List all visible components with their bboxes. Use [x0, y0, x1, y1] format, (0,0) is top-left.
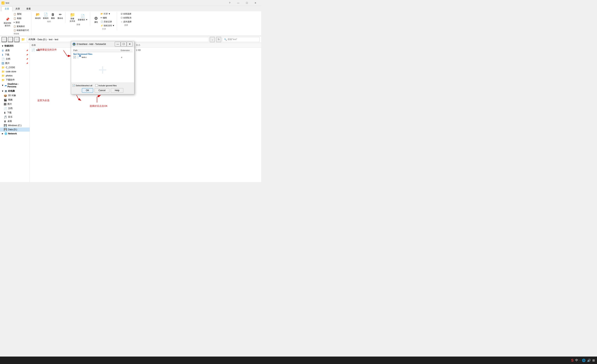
- new-item-button[interactable]: 📄 新建项目 ▼: [77, 14, 88, 22]
- ok-button[interactable]: OK: [82, 88, 93, 93]
- dropdown-button[interactable]: ⌄: [210, 37, 215, 42]
- sidebar-item-documents[interactable]: 📄 文档 📌: [0, 57, 30, 61]
- minimize-button[interactable]: —: [234, 0, 243, 6]
- properties-button[interactable]: ⚙ 属性: [93, 16, 99, 24]
- desktop2-icon: 🖥: [4, 120, 6, 123]
- path-test2[interactable]: test: [55, 38, 58, 41]
- sidebar-item-windows-c[interactable]: 💾 Windows (C:): [0, 123, 30, 128]
- tab-share[interactable]: 共享: [12, 6, 23, 11]
- open-group-label: 打开: [102, 28, 106, 30]
- tab-view[interactable]: 查看: [23, 6, 34, 11]
- edit-button[interactable]: ✏ 编辑: [100, 16, 115, 20]
- pictures2-label: 图片: [8, 103, 12, 106]
- tortoisegit-icon: 🐢: [73, 43, 76, 46]
- select-none-icon: ☐: [121, 17, 123, 19]
- help-button[interactable]: ?: [225, 0, 234, 6]
- network-header[interactable]: ► 🌐 Network: [0, 132, 30, 136]
- copy-button[interactable]: 📋 复制: [13, 12, 30, 16]
- dialog-table-header: Path Extension: [73, 49, 133, 52]
- sidebar-item-download[interactable]: ⬇ 下载 📌: [0, 53, 30, 57]
- sidebar-item-documents2[interactable]: 📄 文档: [0, 106, 30, 111]
- sidebar-item-music[interactable]: 🎵 音乐: [0, 115, 30, 119]
- delete-label: 删除: [51, 17, 55, 20]
- select-all-button[interactable]: ☑ 全部选择: [120, 12, 132, 16]
- properties-icon: ⚙: [94, 16, 98, 21]
- history-icon: 🕐: [101, 21, 103, 23]
- select-all-icon: ☑: [121, 13, 123, 15]
- up-button[interactable]: ↑: [14, 37, 19, 42]
- dialog-close-button[interactable]: ✕: [127, 42, 133, 47]
- search-box[interactable]: 🔍 搜索"test": [222, 37, 260, 42]
- paste-shortcut-button[interactable]: 📋 粘贴快捷方式: [13, 29, 30, 32]
- window-icon: 📁: [1, 1, 4, 4]
- invert-label: 反向选择: [123, 20, 132, 23]
- history-button[interactable]: 🕐 历史记录: [100, 20, 115, 23]
- back-button[interactable]: ←: [1, 37, 7, 42]
- rename-button[interactable]: ✏ 重命名: [57, 12, 64, 20]
- copy-path-button[interactable]: 📋 复制路径: [13, 25, 30, 28]
- invert-button[interactable]: ↔ 反向选择: [120, 20, 132, 23]
- include-ignored-checkbox[interactable]: [95, 84, 98, 87]
- ribbon: 主页 共享 查看 📌 固定到快 速访问 📋 复制 📋 粘: [0, 6, 261, 36]
- refresh-button[interactable]: ↻: [216, 37, 221, 42]
- select-deselect-all-item[interactable]: Select/deselect all: [73, 84, 92, 87]
- col-path-header: Path: [73, 49, 121, 52]
- cancel-button[interactable]: Cancel: [94, 88, 109, 93]
- maximize-button[interactable]: ☐: [243, 0, 251, 6]
- sidebar-item-desktop[interactable]: 🖥 桌面 📌: [0, 48, 30, 53]
- tab-home[interactable]: 主页: [1, 6, 12, 11]
- copy-to-button[interactable]: 📄 复制到: [42, 12, 49, 20]
- easy-access-button[interactable]: ⚡ 轻松访问 ▼: [100, 24, 115, 27]
- pictures-icon: 🖼: [1, 62, 4, 65]
- help-dialog-button[interactable]: Help: [111, 88, 123, 93]
- data-d-label: Data (D:): [8, 128, 17, 131]
- paste-shortcut-label: 粘贴快捷方式: [17, 29, 29, 32]
- sidebar-item-pictures2[interactable]: 🖼 图片: [0, 102, 30, 106]
- select-all-checkbox[interactable]: [73, 84, 75, 87]
- sidebar-item-video[interactable]: 🎬 视频: [0, 98, 30, 102]
- path-data-d[interactable]: Data (D:): [38, 38, 47, 41]
- cut-button[interactable]: ✂ 剪切: [13, 21, 30, 24]
- path-computer[interactable]: 此电脑: [29, 38, 35, 41]
- close-button[interactable]: ✕: [251, 0, 260, 6]
- sidebar-item-download-sw[interactable]: 📁 下载软件: [0, 78, 30, 82]
- col-size[interactable]: 大小: [136, 44, 151, 47]
- sidebar-item-code-store[interactable]: 📁 code store: [0, 69, 30, 74]
- sidebar-item-desktop2[interactable]: 🖥 桌面: [0, 119, 30, 123]
- dialog-maximize-button[interactable]: ☐: [121, 42, 127, 47]
- file-ext-dialog: .c: [121, 56, 132, 58]
- open-button[interactable]: 📂 打开 ▼: [100, 12, 115, 16]
- path-test1[interactable]: test: [49, 38, 52, 41]
- move-button[interactable]: 📂 移动到: [34, 12, 41, 20]
- file-checkbox[interactable]: [73, 56, 76, 58]
- table-row[interactable]: 📄 test 2022/3/6 20:15 C Source File 1 KB: [30, 48, 261, 52]
- sidebar-item-c-code[interactable]: 📁 C_CODE: [0, 65, 30, 69]
- sidebar-item-3d[interactable]: 📦 3D 对象: [0, 93, 30, 98]
- download-sw-icon: 📁: [1, 78, 5, 82]
- new-folder-button[interactable]: 📁 新建 文件夹: [69, 12, 76, 23]
- dialog-minimize-button[interactable]: —: [115, 42, 121, 47]
- clipboard-group-label: 剪贴板: [14, 32, 19, 35]
- photos-label: photos: [6, 74, 13, 77]
- window-controls: ? — ☐ ✕: [225, 0, 260, 6]
- sidebar-item-photos[interactable]: 📁 photos: [0, 74, 30, 78]
- video-label: 视频: [8, 98, 13, 101]
- pin-button[interactable]: 📌 固定到快 速访问: [3, 17, 12, 27]
- this-pc-header[interactable]: ▼ 💻 此电脑: [0, 89, 30, 93]
- dialog-file-row[interactable]: 📄 + test.c .c: [73, 55, 133, 59]
- tortoisegit-dialog[interactable]: 🐢 D:\test\test - Add - TortoiseGit — ☐ ✕…: [71, 41, 134, 94]
- c-code-icon: 📁: [1, 66, 5, 69]
- include-ignored-item[interactable]: Include ignored files: [95, 84, 117, 87]
- sidebar-item-pictures[interactable]: 🖼 图片 📌: [0, 61, 30, 65]
- rename-label: 重命名: [57, 17, 63, 20]
- onedrive-header[interactable]: ▼ ☁ OneDrive - Persona: [0, 82, 30, 89]
- delete-button[interactable]: 🗑 删除: [50, 12, 56, 20]
- sidebar-item-data-d[interactable]: 💾 Data (D:): [0, 128, 30, 132]
- paste-button[interactable]: 📋 粘贴: [13, 16, 30, 20]
- forward-button[interactable]: →: [8, 37, 13, 42]
- music-label: 音乐: [8, 115, 13, 119]
- history-label: 历史记录: [104, 20, 112, 23]
- sidebar-item-downloads2[interactable]: ⬇ 下载: [0, 111, 30, 115]
- quick-access-header[interactable]: ▼ 快速访问: [0, 44, 30, 48]
- select-none-button[interactable]: ☐ 全部取消: [120, 16, 132, 20]
